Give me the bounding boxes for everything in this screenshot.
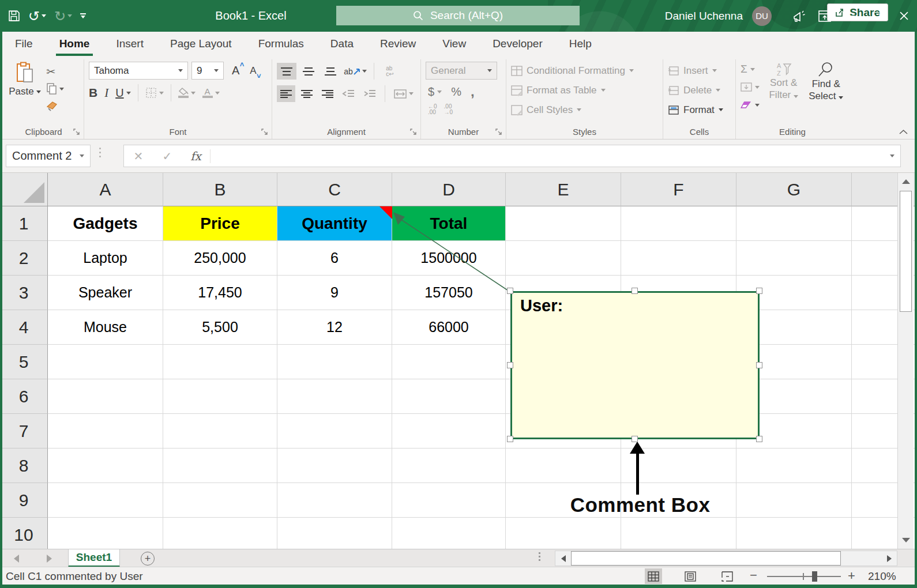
- font-dialog-launcher[interactable]: [261, 129, 269, 136]
- cancel-button[interactable]: ✕: [124, 149, 153, 163]
- cell-G1[interactable]: [736, 206, 852, 241]
- format-cells-button[interactable]: Format: [668, 102, 731, 118]
- resize-handle-bottom-left[interactable]: [507, 436, 513, 442]
- previous-sheet-button[interactable]: [14, 555, 19, 563]
- borders-button[interactable]: [145, 87, 164, 99]
- alignment-dialog-launcher[interactable]: [410, 129, 418, 136]
- cell-F2[interactable]: [621, 241, 736, 276]
- row-header-9[interactable]: 9: [0, 483, 48, 518]
- fill-button[interactable]: [741, 81, 760, 93]
- cell-styles-button[interactable]: Cell Styles: [511, 102, 658, 118]
- cell-C9[interactable]: [277, 483, 392, 518]
- save-icon[interactable]: [8, 10, 20, 22]
- tab-developer[interactable]: Developer: [493, 32, 543, 56]
- scroll-down-button[interactable]: [898, 532, 914, 549]
- align-right-button[interactable]: [318, 85, 337, 102]
- resize-handle-bottom-middle[interactable]: [632, 436, 638, 442]
- cell-D4[interactable]: 66000: [392, 310, 506, 345]
- row-header-8[interactable]: 8: [0, 448, 48, 483]
- delete-cells-button[interactable]: Delete: [668, 82, 731, 98]
- cell-A3[interactable]: Speaker: [48, 276, 163, 310]
- cell-A2[interactable]: Laptop: [48, 241, 163, 276]
- column-header-B[interactable]: B: [163, 173, 277, 206]
- decrease-indent-button[interactable]: [339, 85, 358, 102]
- cell-F1[interactable]: [621, 206, 736, 241]
- format-painter-button[interactable]: [46, 100, 64, 112]
- customize-toolbar-button[interactable]: [80, 13, 86, 18]
- cell-C10[interactable]: [277, 518, 392, 549]
- cell-C7[interactable]: [277, 414, 392, 448]
- cell-B2[interactable]: 250,000: [163, 241, 277, 276]
- copy-button[interactable]: [46, 82, 64, 95]
- close-button[interactable]: [890, 0, 917, 32]
- percent-style-button[interactable]: %: [451, 85, 461, 99]
- cell-B1[interactable]: Price: [163, 206, 277, 241]
- tab-formulas[interactable]: Formulas: [258, 32, 304, 56]
- resize-handle-top-middle[interactable]: [632, 288, 638, 294]
- insert-function-button[interactable]: fx: [182, 149, 211, 163]
- cell-B10[interactable]: [163, 518, 277, 549]
- decrease-font-button[interactable]: A˅: [250, 65, 256, 77]
- resize-handle-middle-right[interactable]: [756, 362, 762, 368]
- cell-E1[interactable]: [506, 206, 621, 241]
- row-header-2[interactable]: 2: [0, 241, 48, 276]
- align-center-button[interactable]: [298, 85, 316, 102]
- cell-A4[interactable]: Mouse: [48, 310, 163, 345]
- select-all-button[interactable]: [0, 173, 48, 206]
- increase-font-button[interactable]: A˄: [232, 64, 239, 77]
- enter-button[interactable]: ✓: [153, 149, 182, 163]
- search-box[interactable]: Search (Alt+Q): [336, 6, 580, 25]
- increase-indent-button[interactable]: [360, 85, 379, 102]
- avatar[interactable]: DU: [752, 6, 772, 26]
- row-header-7[interactable]: 7: [0, 414, 48, 448]
- number-dialog-launcher[interactable]: [495, 129, 503, 136]
- comment-box[interactable]: User:: [510, 291, 760, 439]
- cell-C3[interactable]: 9: [277, 276, 392, 310]
- tab-data[interactable]: Data: [330, 32, 354, 56]
- resize-handle-bottom-right[interactable]: [756, 436, 762, 442]
- cell-C4[interactable]: 12: [277, 310, 392, 345]
- cell-G2[interactable]: [736, 241, 852, 276]
- resize-handle-top-left[interactable]: [507, 288, 513, 294]
- page-layout-view-button[interactable]: [682, 568, 699, 584]
- fill-color-button[interactable]: [178, 88, 196, 98]
- cell-A6[interactable]: [48, 379, 163, 414]
- increase-decimal-button[interactable]: ←0.00: [428, 104, 437, 115]
- column-header-F[interactable]: F: [621, 173, 736, 206]
- cell-A1[interactable]: Gadgets: [48, 206, 163, 241]
- cut-button[interactable]: ✂: [46, 65, 64, 78]
- conditional-formatting-button[interactable]: Conditional Formatting: [511, 63, 658, 78]
- row-header-10[interactable]: 10: [0, 518, 48, 549]
- zoom-level[interactable]: 210%: [868, 567, 896, 585]
- page-break-preview-button[interactable]: [719, 568, 736, 584]
- number-format-combo[interactable]: General: [426, 62, 497, 80]
- sort-filter-button[interactable]: AZ Sort &Filter: [765, 62, 802, 111]
- cell-E2[interactable]: [506, 241, 621, 276]
- row-header-6[interactable]: 6: [0, 379, 48, 414]
- cell-D9[interactable]: [392, 483, 506, 518]
- wrap-text-button[interactable]: abc↩: [380, 63, 400, 80]
- zoom-slider-thumb[interactable]: [812, 571, 817, 582]
- tab-review[interactable]: Review: [380, 32, 416, 56]
- cell-F10[interactable]: [621, 518, 736, 549]
- font-name-combo[interactable]: Tahoma: [89, 62, 188, 80]
- column-header-G[interactable]: G: [736, 173, 852, 206]
- undo-button[interactable]: ↺: [28, 9, 46, 23]
- column-header-C[interactable]: C: [277, 173, 392, 206]
- cell-D7[interactable]: [392, 414, 506, 448]
- cell-B7[interactable]: [163, 414, 277, 448]
- next-sheet-button[interactable]: [47, 555, 52, 563]
- normal-view-button[interactable]: [645, 568, 662, 584]
- paste-button[interactable]: Paste: [8, 59, 42, 112]
- cell-D1[interactable]: Total: [392, 206, 506, 241]
- scrollbar-grip[interactable]: [539, 552, 540, 561]
- account-name[interactable]: Daniel Uchenna: [665, 10, 743, 22]
- vertical-scrollbar[interactable]: [897, 173, 914, 549]
- cell-B6[interactable]: [163, 379, 277, 414]
- row-header-1[interactable]: 1: [0, 206, 48, 241]
- cell-A5[interactable]: [48, 345, 163, 379]
- clipboard-dialog-launcher[interactable]: [73, 129, 81, 136]
- cell-D8[interactable]: [392, 448, 506, 483]
- collapse-ribbon-button[interactable]: [899, 129, 908, 134]
- formula-input[interactable]: [211, 145, 890, 167]
